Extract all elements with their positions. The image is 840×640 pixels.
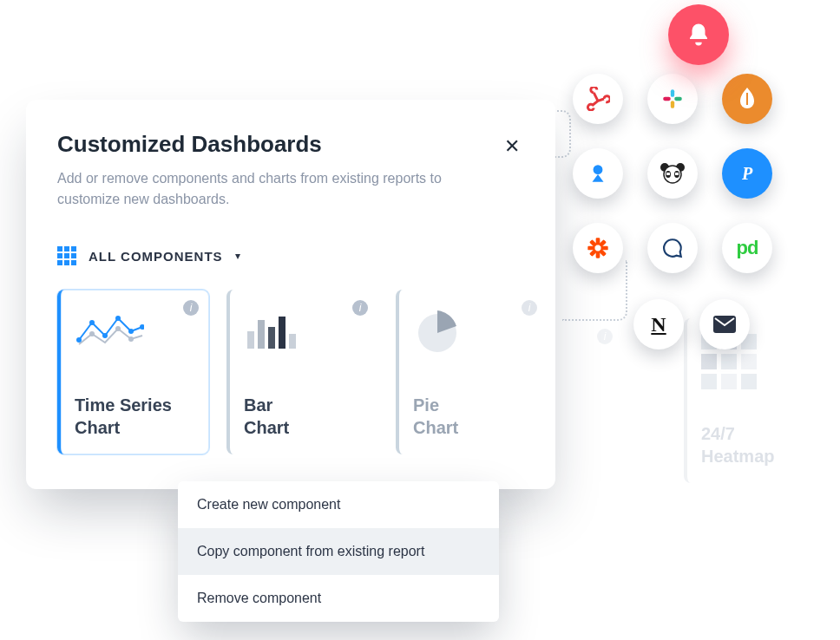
svg-rect-1 <box>674 97 682 101</box>
svg-point-5 <box>594 165 603 174</box>
mail-icon <box>713 316 736 333</box>
close-icon: ✕ <box>504 135 520 158</box>
close-button[interactable]: ✕ <box>500 134 524 159</box>
person-icon <box>587 162 609 185</box>
svg-point-28 <box>89 331 95 336</box>
zapier-icon <box>586 236 610 260</box>
bell-icon <box>686 22 712 48</box>
pie-chart-icon <box>413 305 534 357</box>
filter-label: ALL COMPONENTS <box>89 249 223 264</box>
svg-rect-11 <box>666 173 670 175</box>
panda-icon <box>660 163 686 184</box>
card-bar-chart[interactable]: i BarChart <box>226 290 378 454</box>
pd-icon: pd <box>737 237 758 259</box>
svg-point-23 <box>89 320 95 325</box>
svg-rect-34 <box>279 317 285 349</box>
menu-item-create[interactable]: Create new component <box>178 481 499 528</box>
menu-item-copy[interactable]: Copy component from existing report <box>178 528 499 575</box>
webhooks-icon <box>586 87 610 111</box>
integration-notion[interactable]: N <box>633 299 684 349</box>
p-icon: P <box>742 164 752 184</box>
integration-grid: P pd <box>573 74 781 282</box>
n-icon: N <box>651 313 666 336</box>
panel-header: Customized Dashboards Add or remove comp… <box>26 131 555 231</box>
svg-point-30 <box>128 336 134 342</box>
integration-chat[interactable] <box>647 223 698 273</box>
svg-rect-33 <box>268 327 275 349</box>
components-filter[interactable]: ALL COMPONENTS ▾ <box>26 231 555 290</box>
svg-rect-32 <box>258 320 265 349</box>
menu-item-remove[interactable]: Remove component <box>178 575 499 622</box>
integration-row-extra: N <box>633 299 750 349</box>
svg-point-29 <box>115 326 121 331</box>
integration-pandadoc[interactable] <box>647 148 698 199</box>
panel-title: Customized Dashboards <box>57 131 524 158</box>
svg-point-26 <box>128 329 134 334</box>
svg-rect-31 <box>247 331 254 349</box>
svg-point-22 <box>76 337 82 343</box>
svg-rect-0 <box>671 89 674 97</box>
chat-icon <box>661 237 684 259</box>
card-title: Time SeriesChart <box>75 394 195 439</box>
svg-rect-12 <box>675 173 679 175</box>
integration-pagerduty[interactable]: pd <box>722 223 772 273</box>
dashboards-panel: Customized Dashboards Add or remove comp… <box>26 100 555 489</box>
svg-point-25 <box>115 316 121 321</box>
svg-point-27 <box>140 324 144 330</box>
time-series-icon <box>75 305 195 357</box>
info-icon[interactable]: i <box>522 300 537 316</box>
info-icon[interactable]: i <box>183 300 199 316</box>
integration-webhooks[interactable] <box>573 74 623 124</box>
component-context-menu: Create new component Copy component from… <box>178 481 499 622</box>
card-title: BarChart <box>244 394 364 439</box>
info-icon[interactable]: i <box>597 329 613 344</box>
integration-slack[interactable] <box>647 74 698 124</box>
grid-icon <box>57 246 76 265</box>
integration-email[interactable] <box>699 299 750 349</box>
notification-bell-button[interactable] <box>668 4 729 65</box>
integration-teams[interactable] <box>573 148 623 199</box>
bar-chart-icon <box>244 305 364 357</box>
card-pie-chart[interactable]: i PieChart <box>396 290 548 454</box>
svg-rect-4 <box>746 93 748 105</box>
integration-zapier[interactable] <box>573 223 623 273</box>
component-cards: i Time SeriesChart i <box>26 290 555 463</box>
info-icon[interactable]: i <box>352 300 368 316</box>
svg-rect-35 <box>289 334 296 349</box>
card-title: 24/7Heatmap <box>701 422 800 467</box>
card-title: PieChart <box>413 394 534 439</box>
leaf-icon <box>738 88 756 110</box>
integration-opsgenie[interactable] <box>722 74 772 124</box>
svg-point-24 <box>102 333 108 338</box>
chevron-down-icon: ▾ <box>235 250 240 262</box>
svg-rect-2 <box>671 101 674 108</box>
panel-description: Add or remove components and charts from… <box>57 168 491 210</box>
integration-pushover[interactable]: P <box>722 148 772 199</box>
slack-icon <box>661 88 684 110</box>
card-time-series[interactable]: i Time SeriesChart <box>57 290 209 454</box>
svg-rect-3 <box>663 97 671 101</box>
